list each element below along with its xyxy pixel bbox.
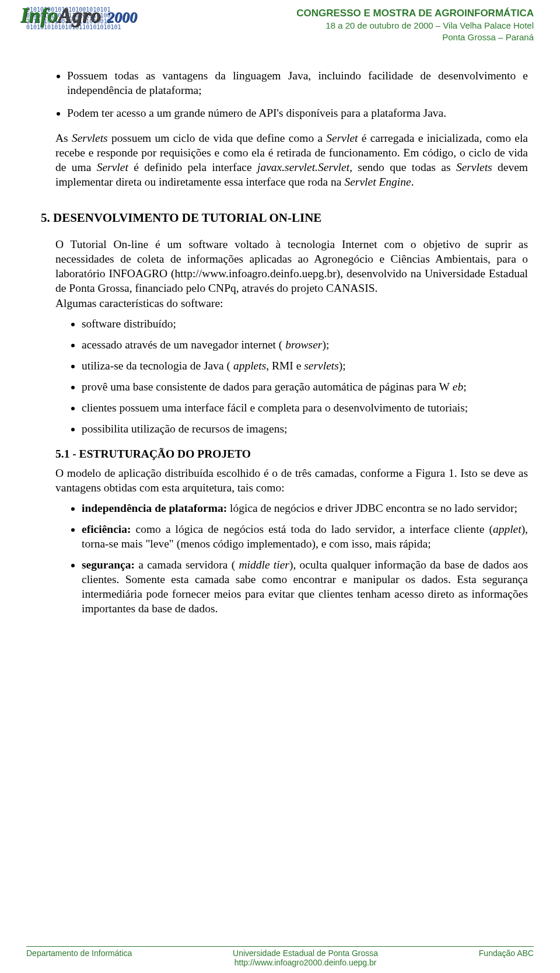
logo-text: InfoAgro 2000 xyxy=(20,3,137,27)
list-item: utiliza-se da tecnologia de Java ( apple… xyxy=(82,359,528,374)
list-item: Podem ter acesso a um grande número de A… xyxy=(67,106,528,121)
text: As xyxy=(55,132,72,144)
text: como a lógica de negócios está toda do l… xyxy=(131,523,492,535)
list-item: acessado através de um navegador interne… xyxy=(82,338,528,353)
header-meta: CONGRESSO E MOSTRA DE AGROINFORMÁTICA 18… xyxy=(296,7,534,43)
footer-center-line2: http://www.infoagro2000.deinfo.uepg.br xyxy=(233,958,378,967)
section-5-heading: 5. DESENVOLVIMENTO DE TUTORIAL ON-LINE xyxy=(41,210,528,226)
text-italic: applet xyxy=(493,523,522,535)
text-italic: Servlet xyxy=(326,132,358,144)
text-italic: browser xyxy=(282,339,322,351)
page-header: 010101001010101001010101 010101010010110… xyxy=(26,7,534,43)
architecture-advantages-list: independência de plataforma: lógica de n… xyxy=(41,501,528,616)
features-intro: Algumas características do software: xyxy=(55,297,528,311)
servlet-paragraph: As Servlets possuem um ciclo de vida que… xyxy=(55,131,528,190)
logo-year: 2000 xyxy=(107,9,137,26)
footer-left: Departamento de Informática xyxy=(26,948,132,967)
features-list: software distribuído; acessado através d… xyxy=(41,317,528,437)
text: , RMI e xyxy=(266,360,304,372)
advantages-list: Possuem todas as vantagens da linguagem … xyxy=(41,69,528,121)
header-location: Ponta Grossa – Paraná xyxy=(296,32,534,43)
footer-row: Departamento de Informática Universidade… xyxy=(26,948,534,967)
header-date-venue: 18 a 20 de outubro de 2000 – Vila Velha … xyxy=(296,20,534,32)
text: é definido pela interface xyxy=(128,161,257,173)
text-italic: javax.servlet.Servlet xyxy=(257,161,349,173)
text: lógica de negócios e driver JDBC encontr… xyxy=(227,502,517,514)
header-title: CONGRESSO E MOSTRA DE AGROINFORMÁTICA xyxy=(296,7,534,20)
footer-center-line1: Universidade Estadual de Ponta Grossa xyxy=(233,948,378,958)
text: utiliza-se da tecnologia de Java ( xyxy=(82,360,230,372)
list-item: independência de plataforma: lógica de n… xyxy=(82,501,528,516)
text-italic: Servlets xyxy=(72,132,108,144)
text: provê uma base consistente de dados para… xyxy=(82,381,450,393)
footer-right: Fundação ABC xyxy=(479,948,534,967)
architecture-paragraph: O modelo de aplicação distribuída escolh… xyxy=(55,466,528,496)
text: possuem um ciclo de vida que define como… xyxy=(108,132,327,144)
text: O modelo de aplicação distribuída escolh… xyxy=(55,467,415,479)
text-bold: eficiência: xyxy=(82,523,131,535)
page-footer: Departamento de Informática Universidade… xyxy=(0,946,560,967)
footer-center: Universidade Estadual de Ponta Grossa ht… xyxy=(233,948,378,967)
text-italic: eb xyxy=(450,381,463,393)
list-item: Possuem todas as vantagens da linguagem … xyxy=(67,69,528,98)
text-italic: applets xyxy=(230,360,266,372)
text-italic: servlets xyxy=(304,360,339,372)
text: ); xyxy=(339,360,346,372)
footer-rule xyxy=(26,946,534,947)
text: acessado através de um navegador interne… xyxy=(82,339,282,351)
text-italic: Servlet xyxy=(97,161,128,173)
logo-info: Info xyxy=(20,3,58,27)
text: ; xyxy=(463,381,466,393)
subsection-5-1-heading: 5.1 - ESTRUTURAÇÃO DO PROJETO xyxy=(55,447,528,462)
list-item: provê uma base consistente de dados para… xyxy=(82,380,528,395)
text-italic: Servlets xyxy=(456,161,492,173)
text: . xyxy=(411,176,414,188)
text: a camada servidora ( xyxy=(135,559,235,571)
list-item: possibilita utilização de recursos de im… xyxy=(82,422,528,437)
list-item: clientes possuem uma interface fácil e c… xyxy=(82,401,528,416)
page: 010101001010101001010101 010101010010110… xyxy=(0,0,560,973)
content: Possuem todas as vantagens da linguagem … xyxy=(26,69,534,616)
text-bold: independência de plataforma: xyxy=(82,502,227,514)
list-item: segurança: a camada servidora ( middle t… xyxy=(82,558,528,616)
figure-ref: Figura 1 xyxy=(415,467,454,479)
text: ); xyxy=(322,339,329,351)
list-item: eficiência: como a lógica de negócios es… xyxy=(82,522,528,552)
text-italic: Servlet Engine xyxy=(344,176,411,188)
list-item: software distribuído; xyxy=(82,317,528,332)
text: , sendo que todas as xyxy=(349,161,456,173)
logo: 010101001010101001010101 010101010010110… xyxy=(26,7,121,30)
text-italic: middle tier xyxy=(235,559,289,571)
logo-agro: Agro xyxy=(58,3,101,27)
text-bold: segurança: xyxy=(82,559,135,571)
tutorial-paragraph: O Tutorial On-line é um software voltado… xyxy=(55,238,528,296)
